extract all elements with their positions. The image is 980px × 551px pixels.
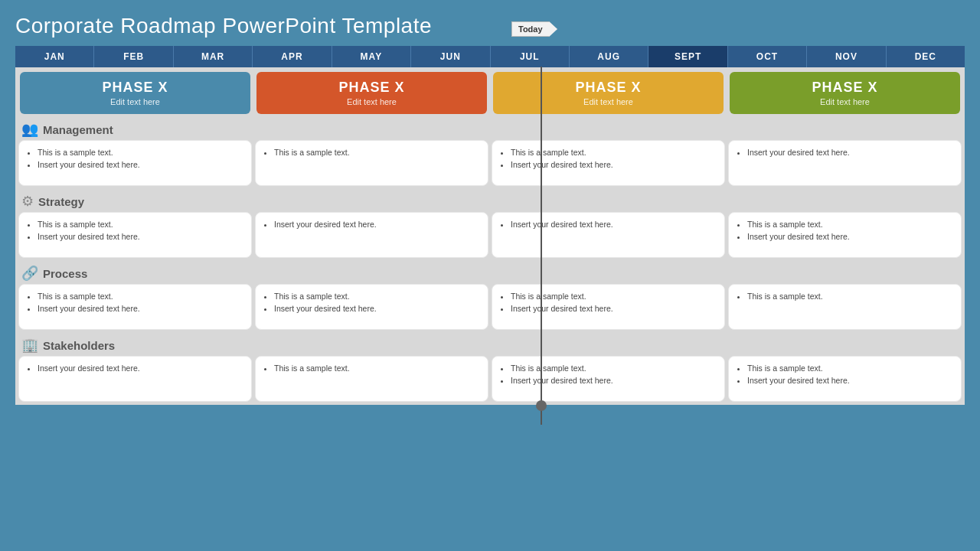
card-process-2: This is a sample text.Insert your desire… [492, 284, 725, 330]
phase-sub-3: Edit text here [820, 97, 870, 106]
card-management-2: This is a sample text.Insert your desire… [492, 140, 725, 186]
card-management-3: Insert your desired text here. [728, 140, 962, 186]
management-icon: 👥 [21, 121, 38, 138]
section-title-process: Process [43, 267, 87, 280]
card-process-1: This is a sample text.Insert your desire… [255, 284, 488, 330]
list-item: Insert your desired text here. [511, 219, 717, 231]
list-item: Insert your desired text here. [274, 303, 480, 315]
card-strategy-1: Insert your desired text here. [255, 212, 488, 258]
phase-label-2: PHASE X [575, 80, 641, 96]
card-list-3-0: Insert your desired text here. [27, 363, 243, 375]
list-item: Insert your desired text here. [38, 363, 243, 375]
list-item: Insert your desired text here. [747, 231, 953, 243]
list-item: This is a sample text. [38, 147, 243, 159]
phase-block-1: PHASE XEdit text here [256, 72, 487, 114]
month-cell-jan: JAN [15, 46, 94, 67]
list-item: This is a sample text. [274, 291, 480, 303]
card-stakeholders-0: Insert your desired text here. [18, 356, 252, 402]
list-item: This is a sample text. [511, 291, 717, 303]
list-item: This is a sample text. [274, 147, 480, 159]
card-list-3-2: This is a sample text.Insert your desire… [500, 363, 717, 387]
page-title: Corporate Roadmap PowerPoint Template [15, 14, 965, 38]
card-list-0-1: This is a sample text. [263, 147, 480, 159]
section-header-management: 👥Management [15, 117, 965, 140]
list-item: Insert your desired text here. [511, 159, 717, 171]
content-area: PHASE XEdit text herePHASE XEdit text he… [15, 67, 965, 405]
phase-sub-0: Edit text here [110, 97, 160, 106]
card-list-1-1: Insert your desired text here. [263, 219, 480, 231]
month-cell-sept: SEPT [648, 46, 727, 67]
card-list-3-1: This is a sample text. [263, 363, 480, 375]
phase-label-0: PHASE X [102, 80, 168, 96]
list-item: This is a sample text. [38, 219, 243, 231]
list-item: Insert your desired text here. [747, 147, 953, 159]
section-cards-stakeholders: Insert your desired text here.This is a … [15, 356, 965, 405]
strategy-icon: ⚙ [21, 193, 34, 210]
list-item: Insert your desired text here. [38, 303, 243, 315]
card-strategy-0: This is a sample text.Insert your desire… [18, 212, 252, 258]
card-list-1-0: This is a sample text.Insert your desire… [27, 219, 243, 243]
list-item: This is a sample text. [747, 363, 953, 375]
month-cell-oct: OCT [728, 46, 807, 67]
card-list-1-3: This is a sample text.Insert your desire… [737, 219, 953, 243]
month-cell-jun: JUN [411, 46, 490, 67]
list-item: Insert your desired text here. [747, 375, 953, 387]
list-item: Insert your desired text here. [38, 231, 243, 243]
phase-sub-2: Edit text here [583, 97, 633, 106]
phase-label-1: PHASE X [338, 80, 404, 96]
month-cell-mar: MAR [174, 46, 253, 67]
section-title-stakeholders: Stakeholders [43, 339, 115, 352]
section-header-strategy: ⚙Strategy [15, 189, 965, 212]
phase-row: PHASE XEdit text herePHASE XEdit text he… [15, 67, 965, 117]
month-cell-feb: FEB [94, 46, 173, 67]
card-list-0-2: This is a sample text.Insert your desire… [500, 147, 717, 171]
today-bottom-circle [536, 400, 547, 411]
list-item: Insert your desired text here. [274, 219, 480, 231]
phase-sub-1: Edit text here [347, 97, 397, 106]
section-title-management: Management [43, 123, 113, 136]
main-container: Today JANFEBMARAPRMAYJUNJULAUGSEPTOCTNOV… [15, 46, 965, 405]
list-item: This is a sample text. [511, 147, 717, 159]
card-management-1: This is a sample text. [255, 140, 488, 186]
sections-container: 👥ManagementThis is a sample text.Insert … [15, 117, 965, 405]
card-stakeholders-2: This is a sample text.Insert your desire… [492, 356, 725, 402]
card-list-2-2: This is a sample text.Insert your desire… [500, 291, 717, 315]
card-list-3-3: This is a sample text.Insert your desire… [737, 363, 953, 387]
card-list-2-3: This is a sample text. [737, 291, 953, 303]
month-cell-nov: NOV [807, 46, 886, 67]
phase-block-3: PHASE XEdit text here [730, 72, 960, 114]
card-list-2-1: This is a sample text.Insert your desire… [263, 291, 480, 315]
list-item: This is a sample text. [38, 291, 243, 303]
month-cell-dec: DEC [887, 46, 965, 67]
today-marker: Today [511, 21, 557, 37]
section-cards-management: This is a sample text.Insert your desire… [15, 140, 965, 189]
section-title-strategy: Strategy [38, 195, 84, 208]
list-item: This is a sample text. [747, 219, 953, 231]
month-cell-apr: APR [253, 46, 332, 67]
card-list-0-3: Insert your desired text here. [737, 147, 953, 159]
card-stakeholders-1: This is a sample text. [255, 356, 488, 402]
section-header-process: 🔗Process [15, 261, 965, 284]
month-header: JANFEBMARAPRMAYJUNJULAUGSEPTOCTNOVDEC [15, 46, 965, 67]
month-cell-may: MAY [332, 46, 411, 67]
phase-label-3: PHASE X [812, 80, 877, 96]
month-cell-aug: AUG [570, 46, 648, 67]
section-header-stakeholders: 🏢Stakeholders [15, 333, 965, 356]
today-flag: Today [511, 21, 557, 37]
month-cell-jul: JUL [491, 46, 570, 67]
phase-block-0: PHASE XEdit text here [20, 72, 250, 114]
list-item: This is a sample text. [274, 363, 480, 375]
list-item: Insert your desired text here. [38, 159, 243, 171]
card-process-0: This is a sample text.Insert your desire… [18, 284, 252, 330]
slide: Corporate Roadmap PowerPoint Template To… [0, 0, 980, 551]
list-item: This is a sample text. [511, 363, 717, 375]
card-strategy-3: This is a sample text.Insert your desire… [728, 212, 962, 258]
card-list-1-2: Insert your desired text here. [500, 219, 717, 231]
process-icon: 🔗 [21, 265, 38, 282]
card-list-0-0: This is a sample text.Insert your desire… [27, 147, 243, 171]
card-list-2-0: This is a sample text.Insert your desire… [27, 291, 243, 315]
section-cards-process: This is a sample text.Insert your desire… [15, 284, 965, 333]
card-management-0: This is a sample text.Insert your desire… [18, 140, 252, 186]
section-cards-strategy: This is a sample text.Insert your desire… [15, 212, 965, 261]
phase-block-2: PHASE XEdit text here [493, 72, 724, 114]
